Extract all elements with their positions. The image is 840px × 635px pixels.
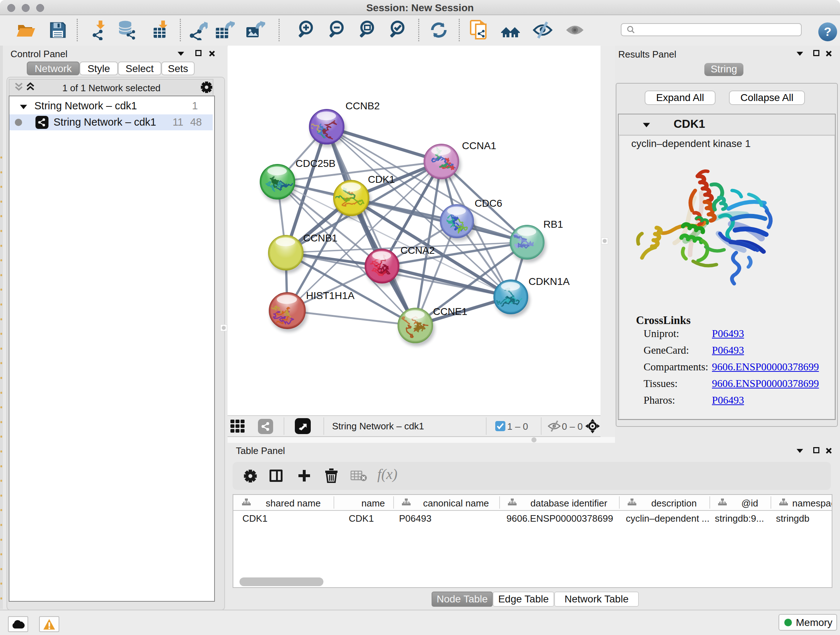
svg-text:CCNA1: CCNA1	[462, 140, 496, 151]
svg-text:CCNB2: CCNB2	[346, 100, 380, 111]
svg-text:HIST1H1A: HIST1H1A	[306, 290, 355, 301]
svg-text:CCNE1: CCNE1	[433, 306, 467, 317]
svg-text:CDKN1A: CDKN1A	[529, 276, 570, 287]
svg-text:RB1: RB1	[543, 219, 563, 230]
svg-text:CDK1: CDK1	[368, 174, 395, 185]
svg-text:CDC6: CDC6	[475, 198, 502, 209]
svg-text:CCNA2: CCNA2	[401, 245, 435, 256]
svg-text:CCNB1: CCNB1	[303, 233, 338, 244]
svg-text:CDC25B: CDC25B	[295, 158, 335, 169]
